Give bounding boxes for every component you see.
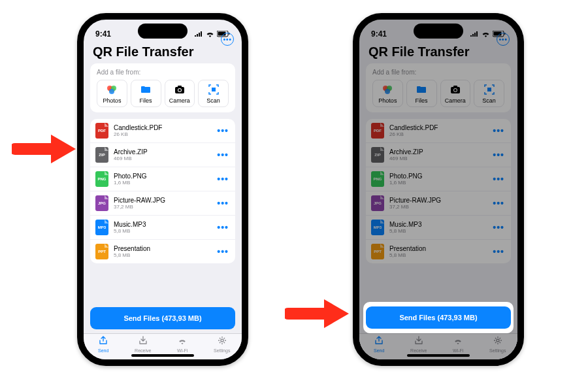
source-photos[interactable]: Photos xyxy=(372,80,403,107)
status-time: 9:41 xyxy=(371,29,387,39)
file-actions-button[interactable]: ••• xyxy=(216,125,230,136)
file-name: Music.MP3 xyxy=(114,221,210,228)
file-size: 5,8 MB xyxy=(114,252,210,258)
file-actions-button[interactable]: ••• xyxy=(491,198,506,208)
file-row[interactable]: PDFCandlestick.PDF26 KB••• xyxy=(366,119,511,143)
source-label: Photos xyxy=(378,97,397,104)
source-files[interactable]: Files xyxy=(406,80,437,107)
folder-icon xyxy=(140,84,151,95)
file-name: Picture-RAW.JPG xyxy=(389,197,486,204)
file-type-icon: PPT xyxy=(371,244,384,259)
tab-settings[interactable]: Settings xyxy=(203,334,242,354)
file-name: Photo.PNG xyxy=(389,173,486,180)
wifi-icon xyxy=(178,336,187,348)
file-actions-button[interactable]: ••• xyxy=(216,222,230,233)
tab-receive[interactable]: Receive xyxy=(399,334,439,354)
file-name: Music.MP3 xyxy=(389,221,486,228)
file-actions-button[interactable]: ••• xyxy=(216,150,230,160)
inbox-icon xyxy=(139,336,148,348)
file-type-icon: PPT xyxy=(95,244,108,259)
tab-settings[interactable]: Settings xyxy=(478,334,518,354)
file-list: PDFCandlestick.PDF26 KB•••ZIPArchive.ZIP… xyxy=(90,119,235,263)
send-files-button[interactable]: Send Files (473,93 MB) xyxy=(90,307,235,329)
gear-icon xyxy=(218,336,227,348)
source-label: Files xyxy=(416,97,428,104)
page-title: QR File Transfer xyxy=(93,44,194,59)
file-type-icon: JPG xyxy=(371,195,384,211)
phone-mockup-right: 9:41 QR File Transfer ••• Add a file fro… xyxy=(353,13,524,366)
tab-wifi[interactable]: Wi-Fi xyxy=(438,334,478,354)
file-size: 26 KB xyxy=(389,131,486,137)
svg-point-19 xyxy=(385,89,390,94)
file-name: Candlestick.PDF xyxy=(114,124,210,131)
file-row[interactable]: PNGPhoto.PNG1,6 MB••• xyxy=(90,167,235,191)
file-actions-button[interactable]: ••• xyxy=(216,198,230,208)
file-actions-button[interactable]: ••• xyxy=(216,246,230,257)
file-size: 37,2 MB xyxy=(114,204,210,210)
file-row[interactable]: JPGPicture-RAW.JPG37,2 MB••• xyxy=(366,191,511,216)
source-camera[interactable]: Camera xyxy=(440,80,471,107)
file-name: Picture-RAW.JPG xyxy=(114,197,210,204)
file-actions-button[interactable]: ••• xyxy=(491,222,506,233)
file-size: 1,6 MB xyxy=(114,180,210,186)
callout-arrow-2 xyxy=(285,294,350,333)
device-notch xyxy=(138,24,188,39)
tab-receive[interactable]: Receive xyxy=(123,334,163,354)
tab-send[interactable]: Send xyxy=(359,334,399,354)
file-type-icon: MP3 xyxy=(371,220,384,235)
file-actions-button[interactable]: ••• xyxy=(491,246,506,257)
inbox-icon xyxy=(414,336,423,348)
file-size: 1,6 MB xyxy=(389,180,486,186)
file-type-icon: PNG xyxy=(95,171,108,187)
add-file-sources: Photos Files Camera xyxy=(97,80,229,107)
tab-label: Receive xyxy=(410,348,427,353)
file-row[interactable]: ZIPArchive.ZIP469 MB••• xyxy=(366,143,511,167)
file-actions-button[interactable]: ••• xyxy=(491,150,506,160)
source-label: Files xyxy=(140,97,152,104)
file-name: Presentation xyxy=(114,245,210,252)
tab-send[interactable]: Send xyxy=(84,334,123,354)
file-type-icon: PNG xyxy=(371,171,384,187)
tutorial-highlight: Send Files (473,93 MB) xyxy=(363,302,514,333)
source-scan[interactable]: Scan xyxy=(474,80,504,107)
svg-rect-23 xyxy=(453,86,457,88)
file-type-icon: ZIP xyxy=(95,147,108,163)
tab-label: Settings xyxy=(489,348,506,353)
file-row[interactable]: JPGPicture-RAW.JPG37,2 MB••• xyxy=(90,191,235,216)
file-name: Archive.ZIP xyxy=(389,148,486,156)
file-row[interactable]: PDFCandlestick.PDF26 KB••• xyxy=(90,119,235,143)
file-actions-button[interactable]: ••• xyxy=(491,125,506,136)
file-row[interactable]: ZIPArchive.ZIP469 MB••• xyxy=(90,143,235,167)
file-row[interactable]: MP3Music.MP35,8 MB••• xyxy=(366,216,511,240)
source-photos[interactable]: Photos xyxy=(97,80,127,107)
file-row[interactable]: MP3Music.MP35,8 MB••• xyxy=(90,216,235,240)
source-files[interactable]: Files xyxy=(131,80,161,107)
more-menu-button[interactable]: ••• xyxy=(221,33,234,46)
file-actions-button[interactable]: ••• xyxy=(491,174,506,184)
more-menu-button[interactable]: ••• xyxy=(497,33,510,46)
file-actions-button[interactable]: ••• xyxy=(216,174,230,184)
source-camera[interactable]: Camera xyxy=(165,80,195,107)
tab-label: Settings xyxy=(214,348,230,353)
file-row[interactable]: PNGPhoto.PNG1,6 MB••• xyxy=(366,167,511,191)
share-icon xyxy=(99,336,108,348)
status-time: 9:41 xyxy=(95,29,111,39)
send-files-button[interactable]: Send Files (473,93 MB) xyxy=(366,306,511,329)
home-indicator xyxy=(131,354,194,357)
add-file-card: Add a file from: Photos Files xyxy=(90,63,235,112)
share-icon xyxy=(374,336,384,348)
file-size: 5,8 MB xyxy=(114,228,210,234)
source-label: Camera xyxy=(445,97,466,104)
source-label: Camera xyxy=(169,97,190,104)
source-scan[interactable]: Scan xyxy=(198,80,229,107)
file-row[interactable]: PPTPresentation5,8 MB••• xyxy=(90,240,235,263)
file-name: Candlestick.PDF xyxy=(389,124,486,131)
camera-icon xyxy=(450,84,461,95)
file-name: Photo.PNG xyxy=(114,173,210,180)
tab-wifi[interactable]: Wi-Fi xyxy=(163,334,203,354)
add-file-sources: Photos Files Camera xyxy=(372,80,504,107)
photos-icon xyxy=(382,84,393,95)
file-size: 37,2 MB xyxy=(389,204,486,210)
file-row[interactable]: PPTPresentation5,8 MB••• xyxy=(366,240,511,263)
folder-icon xyxy=(416,84,427,95)
